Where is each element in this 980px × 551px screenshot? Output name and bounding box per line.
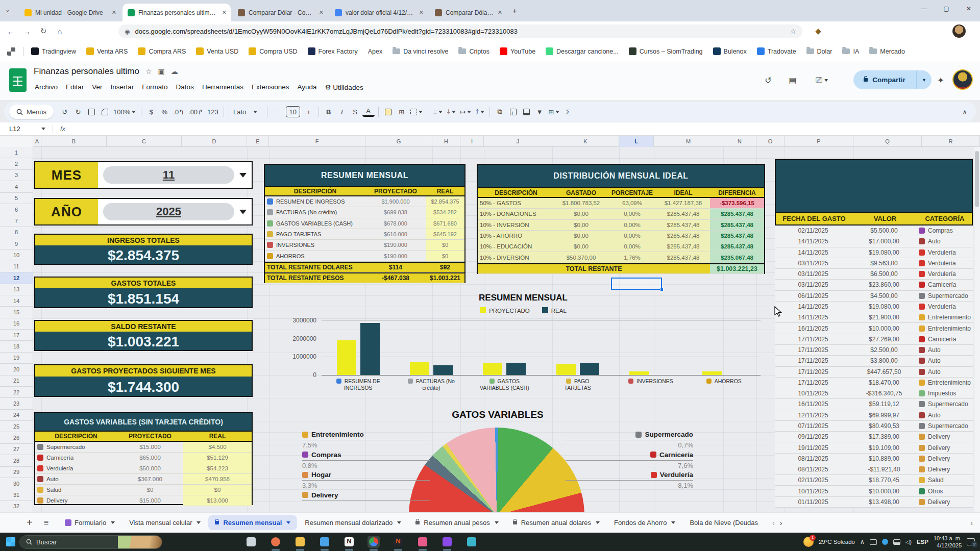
row-header-31[interactable]: 31 <box>0 489 33 500</box>
transaction-row[interactable]: 14/11/2025$19.080,00Verdulería <box>775 302 973 312</box>
reload-icon[interactable]: ↻ <box>37 24 50 38</box>
add-sheet-icon[interactable]: + <box>27 517 33 529</box>
app-teal-icon[interactable] <box>465 536 478 548</box>
sheet-tab[interactable]: Resumen mensual dolarizado <box>298 515 408 530</box>
sheet-tab[interactable]: Formulario <box>58 515 121 530</box>
browser-tab[interactable]: Mi unidad - Google Drive✕ <box>19 4 120 21</box>
paint-format-icon[interactable] <box>99 105 111 118</box>
row-header-14[interactable]: 14 <box>0 295 33 307</box>
share-button[interactable]: Compartir <box>853 70 916 89</box>
tab-close-icon[interactable]: ✕ <box>222 9 227 16</box>
sheet-tab-caret-icon[interactable] <box>397 521 401 524</box>
column-header-R[interactable]: R <box>922 136 980 147</box>
row-header-4[interactable]: 4 <box>0 181 33 192</box>
row-header-1[interactable]: 1 <box>0 147 33 158</box>
menu-insertar[interactable]: Insertar <box>107 81 138 94</box>
fill-color-icon[interactable] <box>382 105 395 118</box>
transaction-row[interactable]: 16/11/2025$59.119,12Supermercado <box>775 399 973 410</box>
account-avatar[interactable] <box>952 69 973 90</box>
notion-icon[interactable]: N <box>343 536 355 548</box>
text-rotate-icon[interactable]: ⤴ <box>474 105 486 118</box>
table-row[interactable]: PAGO TARJETAS$610.000$645.192 <box>265 229 464 240</box>
transaction-row[interactable]: 03/11/2025$6.500,00Verdulería <box>775 269 973 280</box>
sheet-tab-caret-icon[interactable] <box>596 521 600 524</box>
row-header-27[interactable]: 27 <box>0 444 33 455</box>
table-row[interactable]: GASTOS VARIABLES (CASH)$678.000$671.680 <box>265 218 464 229</box>
apps-grid-icon[interactable] <box>7 47 15 56</box>
sheet-tab[interactable]: Fondos de Ahorro <box>607 515 682 530</box>
borders-icon[interactable]: ⊞ <box>396 105 408 118</box>
redo-icon[interactable]: ↻ <box>72 105 84 118</box>
new-tab-icon[interactable]: + <box>512 6 517 15</box>
table-row[interactable]: Carnicería$65.000$51.129 <box>35 453 252 463</box>
outlook-icon[interactable] <box>318 536 331 548</box>
decrease-decimal-icon[interactable]: .0↰ <box>172 105 186 118</box>
tab-search-chevron-icon[interactable]: ⌄ <box>5 6 10 13</box>
table-row[interactable]: 10% - DIVERSIÓN$50.370,001,76%$285.437,4… <box>478 252 764 263</box>
row-header-15[interactable]: 15 <box>0 307 33 318</box>
sheet-tab[interactable]: Vista mensual celular <box>122 515 207 530</box>
transaction-row[interactable]: 19/11/2025$19.109,00Delivery <box>775 442 973 453</box>
increase-decimal-icon[interactable]: .00↱ <box>187 105 205 118</box>
transaction-row[interactable]: 10/11/2025-$316.340,75Impuestos <box>775 388 973 399</box>
column-header-K[interactable]: K <box>552 136 619 147</box>
forward-icon[interactable]: → <box>20 24 34 38</box>
tray-chevron-icon[interactable]: ∧ <box>860 538 865 545</box>
task-view-icon[interactable] <box>245 536 257 548</box>
sheet-tab[interactable]: Bola de Nieve (Deudas <box>683 515 765 530</box>
explorer-icon[interactable] <box>294 536 306 548</box>
menu-archivo[interactable]: Archivo <box>31 81 62 94</box>
transaction-row[interactable]: 14/11/2025$21.900,00Entretenimiento <box>775 312 973 323</box>
row-header-13[interactable]: 13 <box>0 284 33 295</box>
bookmark-item[interactable]: Forex Factory <box>308 47 358 55</box>
column-header-D[interactable]: D <box>182 136 247 147</box>
row-header-9[interactable]: 9 <box>0 238 33 249</box>
chrome-icon[interactable] <box>368 536 380 548</box>
table-row[interactable]: Auto$367.000$470.958 <box>35 474 252 485</box>
ninjatrader-icon[interactable]: N <box>392 536 404 548</box>
bookmark-item[interactable]: Compra USD <box>249 47 297 55</box>
app-purple-icon[interactable] <box>441 536 453 548</box>
table-row[interactable]: AHORROS$190.000$0 <box>265 251 464 261</box>
row-header-32[interactable]: 32 <box>0 501 33 512</box>
start-button-icon[interactable] <box>6 537 15 546</box>
row-header-25[interactable]: 25 <box>0 421 33 432</box>
ano-dropdown[interactable]: 2025 <box>103 203 234 220</box>
transaction-row[interactable]: 17/11/2025$27.269,00Carnicería <box>775 334 973 345</box>
row-header-30[interactable]: 30 <box>0 478 33 489</box>
chevron-down-icon[interactable] <box>239 173 247 178</box>
row-header-19[interactable]: 19 <box>0 353 33 364</box>
browser-tab[interactable]: valor dolar oficial 4/12/2025 - B✕ <box>330 4 428 21</box>
sheet-tab-caret-icon[interactable] <box>111 521 115 524</box>
site-info-icon[interactable]: ◉ <box>125 28 130 35</box>
transaction-row[interactable]: 08/11/2025$10.889,00Delivery <box>775 454 973 464</box>
browser-tab[interactable]: Finanzas personales ultimo - Ho✕ <box>122 4 231 21</box>
minimize-icon[interactable]: — <box>913 0 935 17</box>
menu-datos[interactable]: Datos <box>172 81 198 94</box>
print-icon[interactable] <box>85 105 97 118</box>
column-header-F[interactable]: F <box>269 136 365 147</box>
tab-close-icon[interactable]: ✕ <box>419 9 424 16</box>
bookmark-item[interactable]: Apex <box>368 48 383 55</box>
sheet-tab-caret-icon[interactable] <box>495 521 499 524</box>
all-sheets-icon[interactable]: ≡ <box>44 518 48 528</box>
sheet-tab[interactable]: Resumen anual dolares <box>506 515 606 530</box>
font-select[interactable]: Lato <box>228 105 263 118</box>
table-row[interactable]: INVERSIONES$190.000$0 <box>265 240 464 251</box>
tab-close-icon[interactable]: ✕ <box>112 9 116 16</box>
column-header-Q[interactable]: Q <box>853 136 922 147</box>
column-header-P[interactable]: P <box>785 136 853 147</box>
bookmark-item[interactable]: Mercado <box>869 48 905 55</box>
insert-link-icon[interactable]: ⧉ <box>494 105 506 118</box>
hscroll-left-icon[interactable]: ‹ <box>970 519 973 527</box>
tab-close-icon[interactable]: ✕ <box>319 9 324 16</box>
column-header-E[interactable]: E <box>247 136 269 147</box>
bookmark-item[interactable]: Bulenox <box>713 47 747 55</box>
table-row[interactable]: Salud$0$0 <box>35 485 252 495</box>
row-header-6[interactable]: 6 <box>0 204 33 215</box>
row-header-11[interactable]: 11 <box>0 261 33 272</box>
column-header-H[interactable]: H <box>432 136 460 147</box>
column-header-L[interactable]: L <box>619 136 654 147</box>
increase-font-icon[interactable]: + <box>303 105 315 118</box>
bookmark-item[interactable]: Tradovate <box>757 47 796 55</box>
